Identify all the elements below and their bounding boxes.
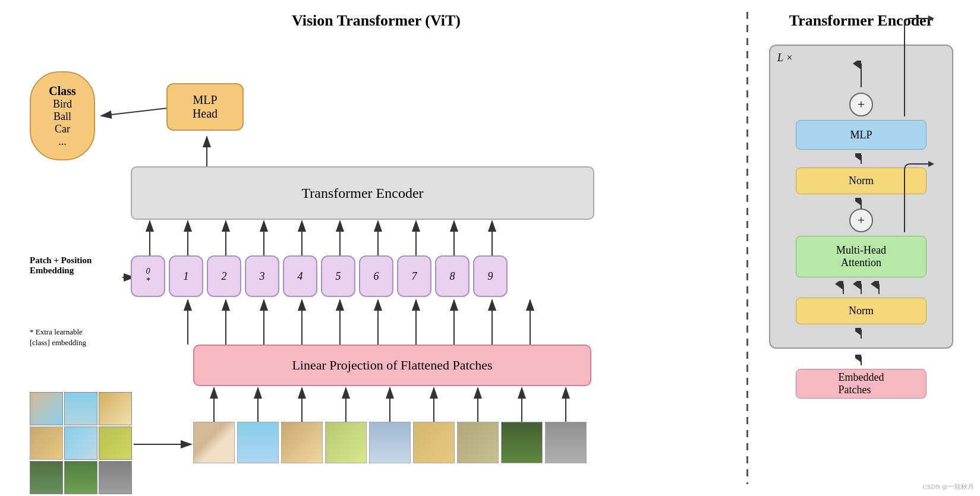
svg-marker-43 — [928, 161, 934, 167]
transformer-section: Transformer Encoder L × — [760, 12, 962, 484]
patch-token-box-7: 7 — [397, 255, 431, 297]
img-patch-8 — [501, 422, 543, 463]
grid-cell-5 — [64, 427, 97, 460]
patch-token-4: 4 — [283, 255, 317, 297]
grid-cell-6 — [99, 427, 132, 460]
grid-cell-7 — [30, 461, 63, 494]
patch-token-box-9: 9 — [473, 255, 508, 297]
te-arrow2-svg — [855, 198, 867, 208]
te-embedded-patches-box: EmbeddedPatches — [796, 369, 927, 399]
class-item-car: Car — [55, 123, 70, 135]
vit-title: Vision Transformer (ViT) — [292, 12, 461, 30]
te-embedded-label: EmbeddedPatches — [839, 371, 884, 396]
te-mha-block: Multi-HeadAttention — [796, 236, 927, 277]
patch-token-box-1: 1 — [169, 255, 203, 297]
vit-section: Vision Transformer (ViT) — [18, 12, 735, 484]
patch-token-box-8: 8 — [435, 255, 469, 297]
te-residual-top-svg — [902, 15, 937, 116]
mlp-head-label: MLPHead — [193, 93, 218, 121]
te-mlp-block: MLP — [796, 120, 927, 150]
grid-cell-3 — [99, 392, 132, 425]
patch-token-box-0: 0* — [131, 255, 165, 297]
patch-token-box-3: 3 — [245, 255, 279, 297]
main-container: Vision Transformer (ViT) — [0, 0, 980, 496]
extra-learnable-text: * Extra learnable[class] embedding — [30, 327, 137, 348]
patch-token-5: 5 — [321, 255, 355, 297]
te-3arrows-svg — [796, 281, 927, 294]
te-plus-bottom-row: + — [782, 208, 940, 232]
img-patch-6 — [413, 422, 455, 463]
patch-token-box-2: 2 — [207, 255, 241, 297]
patch-token-1: 1 — [169, 255, 203, 297]
te-arrow-to-embedded-svg — [855, 355, 867, 365]
te-arrow-bottom — [782, 328, 940, 339]
img-patch-3 — [281, 422, 323, 463]
patch-token-6: 6 — [359, 255, 393, 297]
img-patch-9 — [545, 422, 587, 463]
transformer-encoder-detail: L × — [769, 45, 953, 349]
te-mlp-label: MLP — [850, 129, 872, 141]
class-item-dots: ... — [58, 135, 67, 148]
img-patch-7 — [457, 422, 499, 463]
transformer-encoder-main-box: Transformer Encoder — [131, 166, 594, 220]
te-arrow3-svg — [855, 328, 867, 339]
te-arrow-norm-mha — [782, 281, 940, 294]
grid-cell-1 — [30, 392, 63, 425]
te-norm-bottom-block: Norm — [796, 298, 927, 324]
te-plus-top-row: + — [782, 93, 940, 116]
patch-token-box-6: 6 — [359, 255, 393, 297]
te-plus-top-label: + — [858, 97, 865, 112]
embedding-label-text: Patch + PositionEmbedding — [30, 255, 92, 275]
class-label: Class — [49, 84, 76, 98]
te-arrow1-svg — [855, 153, 867, 164]
te-lx-label: L × — [777, 52, 793, 64]
patch-token-2: 2 — [207, 255, 241, 297]
grid-cell-9 — [99, 461, 132, 494]
vit-diagram: Class Bird Ball Car ... MLPHead Transfor… — [18, 42, 735, 484]
te-plus-top-circle: + — [849, 93, 873, 116]
patch-tokens-row: 0* 1 2 3 4 5 6 — [131, 255, 508, 297]
te-mha-label: Multi-HeadAttention — [836, 244, 886, 269]
section-divider — [746, 12, 748, 484]
patch-token-3: 3 — [245, 255, 279, 297]
te-plus-bottom-circle: + — [849, 208, 873, 232]
grid-cell-8 — [64, 461, 97, 494]
class-item-bird: Bird — [53, 98, 72, 110]
mlp-head-box: MLPHead — [166, 83, 244, 131]
grid-cell-2 — [64, 392, 97, 425]
te-norm-bottom-label: Norm — [849, 305, 874, 317]
watermark: CSDN @一轮秋月 — [923, 482, 974, 491]
grid-cell-4 — [30, 427, 63, 460]
img-patch-5 — [369, 422, 411, 463]
patch-token-9: 9 — [473, 255, 508, 297]
class-item-ball: Ball — [53, 110, 71, 123]
linear-projection-label: Linear Projection of Flattened Patches — [292, 358, 492, 373]
transformer-encoder-main-label: Transformer Encoder — [301, 185, 423, 201]
te-residual-bottom-svg — [902, 161, 937, 232]
patch-token-box-5: 5 — [321, 255, 355, 297]
te-norm-top-label: Norm — [849, 175, 874, 187]
patch-token-box-4: 4 — [283, 255, 317, 297]
class-box: Class Bird Ball Car ... — [30, 71, 95, 160]
img-patch-1 — [193, 422, 235, 463]
te-embedded-patches-row: EmbeddedPatches — [796, 355, 927, 402]
img-patch-2 — [237, 422, 279, 463]
input-image-grid — [30, 392, 132, 494]
embedding-label: Patch + PositionEmbedding — [30, 255, 119, 276]
patch-token-8: 8 — [435, 255, 469, 297]
patch-token-0: 0* — [131, 255, 165, 297]
patch-token-7: 7 — [397, 255, 431, 297]
linear-projection-box: Linear Projection of Flattened Patches — [193, 345, 591, 386]
img-patch-4 — [325, 422, 367, 463]
image-patches-row — [193, 422, 587, 463]
svg-line-2 — [101, 108, 168, 116]
te-plus-bottom-label: + — [858, 213, 865, 228]
svg-marker-40 — [928, 15, 934, 21]
